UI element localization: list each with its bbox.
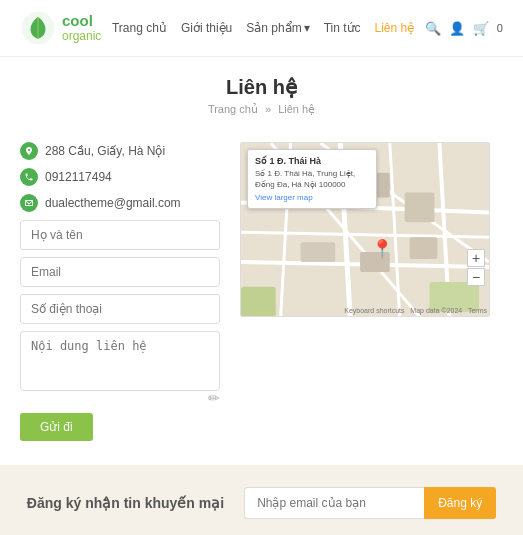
- map-zoom-controls: + −: [467, 249, 485, 286]
- page-title-section: Liên hệ Trang chủ » Liên hệ: [0, 57, 523, 126]
- nav-trang-chu[interactable]: Trang chủ: [112, 21, 167, 35]
- breadcrumb-separator: »: [265, 103, 271, 115]
- nav-san-pham[interactable]: Sản phẩm ▾: [246, 21, 309, 35]
- map-footer: Keyboard shortcuts Map data ©2024 Terms: [344, 307, 487, 314]
- contact-address-item: 288 Cầu, Giấy, Hà Nội: [20, 142, 220, 160]
- zoom-out-button[interactable]: −: [467, 268, 485, 286]
- contact-info: 288 Cầu, Giấy, Hà Nội 0912117494 dualect…: [20, 142, 220, 441]
- nav-gioi-thieu[interactable]: Giới thiệu: [181, 21, 232, 35]
- submit-button[interactable]: Gửi đi: [20, 413, 93, 441]
- svg-rect-18: [241, 287, 276, 317]
- zoom-in-button[interactable]: +: [467, 249, 485, 267]
- contact-phone-item: 0912117494: [20, 168, 220, 186]
- message-input[interactable]: [20, 331, 220, 391]
- email-icon: [20, 194, 38, 212]
- newsletter-form: Đăng ký: [244, 487, 496, 519]
- contact-email: dualectheme@gmail.com: [45, 196, 181, 210]
- contact-email-item: dualectheme@gmail.com: [20, 194, 220, 212]
- logo[interactable]: cool organic: [20, 10, 101, 46]
- svg-rect-13: [405, 193, 435, 223]
- svg-rect-14: [301, 242, 336, 262]
- main-nav: Trang chủ Giới thiệu Sản phẩm ▾ Tin tức …: [112, 21, 414, 35]
- nav-tin-tuc[interactable]: Tin tức: [324, 21, 361, 35]
- contact-phone: 0912117494: [45, 170, 112, 184]
- logo-icon: [20, 10, 56, 46]
- address-icon: [20, 142, 38, 160]
- phone-input[interactable]: [20, 294, 220, 324]
- cart-count: 0: [497, 22, 503, 34]
- map-popup-title: Số 1 Đ. Thái Hà: [255, 155, 369, 168]
- map-background: Số 1 Đ. Thái Hà Số 1 Đ. Thái Hà, Trung L…: [241, 143, 489, 316]
- map-popup: Số 1 Đ. Thái Hà Số 1 Đ. Thái Hà, Trung L…: [247, 149, 377, 209]
- site-header: cool organic Trang chủ Giới thiệu Sản ph…: [0, 0, 523, 57]
- contact-form: ✏ Gửi đi: [20, 220, 220, 441]
- header-icons: 🔍 👤 🛒 0: [425, 21, 503, 36]
- map-popup-link[interactable]: View larger map: [255, 192, 369, 203]
- svg-rect-16: [410, 237, 438, 259]
- cart-icon[interactable]: 🛒: [473, 21, 489, 36]
- map-container[interactable]: Số 1 Đ. Thái Hà Số 1 Đ. Thái Hà, Trung L…: [240, 142, 490, 317]
- breadcrumb-home[interactable]: Trang chủ: [208, 103, 258, 115]
- newsletter-input[interactable]: [244, 487, 424, 519]
- user-icon[interactable]: 👤: [449, 21, 465, 36]
- newsletter-section: Đăng ký nhận tin khuyến mại Đăng ký: [0, 465, 523, 535]
- name-input[interactable]: [20, 220, 220, 250]
- contact-address: 288 Cầu, Giấy, Hà Nội: [45, 144, 165, 158]
- newsletter-button[interactable]: Đăng ký: [424, 487, 496, 519]
- page-title: Liên hệ: [0, 75, 523, 99]
- map-popup-address: Số 1 Đ. Thái Hà, Trung Liệt, Đống Đa, Hà…: [255, 168, 369, 190]
- map-marker: 📍: [371, 238, 393, 260]
- logo-text: cool organic: [62, 13, 101, 43]
- newsletter-label: Đăng ký nhận tin khuyến mại: [27, 495, 224, 511]
- search-icon[interactable]: 🔍: [425, 21, 441, 36]
- breadcrumb: Trang chủ » Liên hệ: [0, 103, 523, 116]
- contact-section: 288 Cầu, Giấy, Hà Nội 0912117494 dualect…: [0, 126, 523, 465]
- nav-lien-he[interactable]: Liên hệ: [375, 21, 415, 35]
- chevron-down-icon: ▾: [304, 21, 310, 35]
- email-input[interactable]: [20, 257, 220, 287]
- breadcrumb-current: Liên hệ: [278, 103, 315, 115]
- edit-icon: ✏: [208, 390, 220, 406]
- phone-icon: [20, 168, 38, 186]
